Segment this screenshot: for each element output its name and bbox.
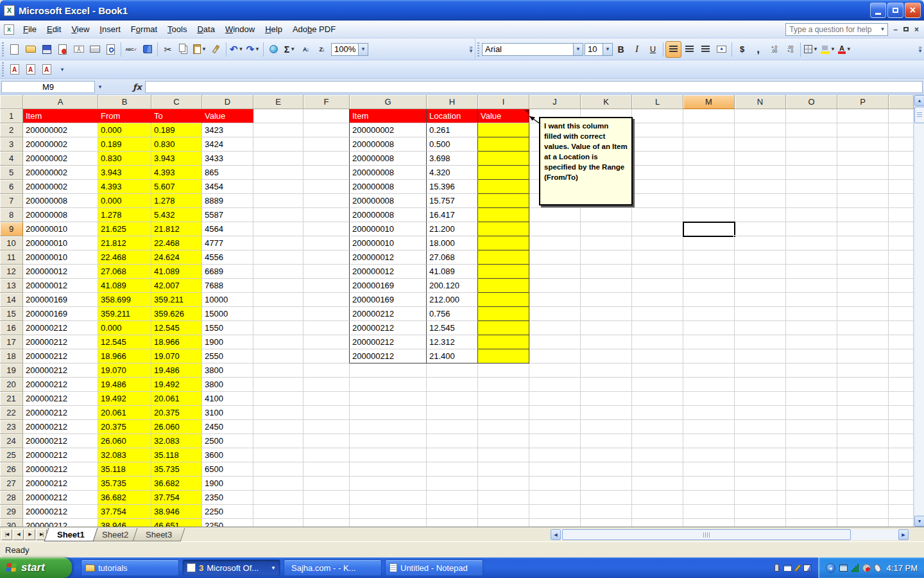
cell-M4[interactable] — [683, 152, 735, 166]
row-header-18[interactable]: 18 — [0, 349, 23, 363]
cell-H25[interactable] — [427, 448, 478, 462]
cell-J23[interactable] — [529, 420, 581, 434]
column-header-I[interactable]: I — [478, 95, 529, 109]
cell-M18[interactable] — [683, 349, 735, 363]
row-header-24[interactable]: 24 — [0, 434, 23, 448]
vertical-scrollbar[interactable]: ▲ ▼ — [914, 95, 924, 527]
cell-G20[interactable] — [350, 378, 427, 392]
cell-F1[interactable] — [304, 109, 350, 123]
cell-E16[interactable] — [253, 321, 304, 335]
cell-G22[interactable] — [350, 406, 427, 420]
cell-C7[interactable]: 1.278 — [151, 194, 202, 208]
cell-P4[interactable] — [837, 152, 889, 166]
cell-L14[interactable] — [632, 293, 683, 307]
cell-B9[interactable]: 21.625 — [98, 222, 151, 236]
decrease-decimal-button[interactable]: .00 +.0 — [782, 41, 798, 58]
cell-J13[interactable] — [529, 279, 581, 293]
toolbar-drag-handle[interactable] — [2, 42, 4, 57]
cell-H9[interactable]: 21.200 — [427, 222, 478, 236]
cell-E6[interactable] — [253, 180, 304, 194]
cell-I11[interactable] — [478, 250, 529, 265]
mouse-icon[interactable] — [873, 563, 882, 573]
cell-F16[interactable] — [304, 321, 350, 335]
cell-H16[interactable]: 12.545 — [427, 321, 478, 335]
cell-N29[interactable] — [735, 505, 786, 519]
cell-J28[interactable] — [529, 491, 581, 505]
cell-D20[interactable]: 3800 — [202, 378, 253, 392]
cell-G8[interactable]: 200000008 — [350, 208, 427, 222]
cell-H12[interactable]: 41.089 — [427, 265, 478, 279]
column-header-M[interactable]: M — [683, 95, 735, 109]
cell-L20[interactable] — [632, 378, 683, 392]
cell-N20[interactable] — [735, 378, 786, 392]
cell-F28[interactable] — [304, 491, 350, 505]
cell-K16[interactable] — [581, 321, 632, 335]
cell-E2[interactable] — [253, 123, 304, 137]
dropdown-arrow-icon[interactable]: ▼ — [201, 46, 207, 52]
cell-N8[interactable] — [735, 208, 786, 222]
cell-O17[interactable] — [786, 335, 837, 349]
cell-A18[interactable]: 200000212 — [23, 349, 98, 363]
cell-J29[interactable] — [529, 505, 581, 519]
cell-F25[interactable] — [304, 448, 350, 462]
cell-K28[interactable] — [581, 491, 632, 505]
cell-P24[interactable] — [837, 434, 889, 448]
scroll-up-icon[interactable]: ▲ — [914, 95, 924, 106]
cell-F22[interactable] — [304, 406, 350, 420]
cell-D22[interactable]: 3100 — [202, 406, 253, 420]
cell-L21[interactable] — [632, 392, 683, 406]
network-icon[interactable] — [839, 565, 848, 572]
menu-data[interactable]: Data — [192, 21, 219, 37]
cell-L24[interactable] — [632, 434, 683, 448]
cell-P10[interactable] — [837, 236, 889, 250]
row-header-16[interactable]: 16 — [0, 321, 23, 335]
cell-D9[interactable]: 4564 — [202, 222, 253, 236]
vertical-scroll-thumb[interactable] — [914, 107, 924, 123]
cell-A19[interactable]: 200000212 — [23, 363, 98, 378]
cell-K24[interactable] — [581, 434, 632, 448]
cell-I28[interactable] — [478, 491, 529, 505]
paste-button[interactable]: ▼ — [192, 41, 208, 58]
cell-O19[interactable] — [786, 363, 837, 378]
align-right-button[interactable] — [697, 41, 714, 58]
cell-I2[interactable] — [478, 123, 529, 137]
cell-G18[interactable]: 200000212 — [350, 349, 427, 363]
cell-E26[interactable] — [253, 462, 304, 477]
cell-F27[interactable] — [304, 477, 350, 491]
cell-B2[interactable]: 0.000 — [98, 123, 151, 137]
cell-G29[interactable] — [350, 505, 427, 519]
row-header-5[interactable]: 5 — [0, 166, 23, 180]
cell-D7[interactable]: 8889 — [202, 194, 253, 208]
fill-color-button[interactable]: ▼ — [819, 41, 837, 58]
cell-O15[interactable] — [786, 307, 837, 321]
cell-H29[interactable] — [427, 505, 478, 519]
cell-K20[interactable] — [581, 378, 632, 392]
cell-H15[interactable]: 0.756 — [427, 307, 478, 321]
taskbar-button-untitled-notepad[interactable]: Untitled - Notepad — [385, 559, 483, 576]
cell-B6[interactable]: 4.393 — [98, 180, 151, 194]
cell-O26[interactable] — [786, 462, 837, 477]
taskbar-button-tutorials[interactable]: tutorials — [81, 559, 179, 576]
cell-F30[interactable] — [304, 519, 350, 527]
cell-E18[interactable] — [253, 349, 304, 363]
cell-J22[interactable] — [529, 406, 581, 420]
cell-N9[interactable] — [735, 222, 786, 236]
start-button[interactable]: start — [0, 557, 72, 578]
cell-O13[interactable] — [786, 279, 837, 293]
cell-N30[interactable] — [735, 519, 786, 527]
cell-J18[interactable] — [529, 349, 581, 363]
cell-N21[interactable] — [735, 392, 786, 406]
row-header-26[interactable]: 26 — [0, 462, 23, 477]
cell-J15[interactable] — [529, 307, 581, 321]
cell-G27[interactable] — [350, 477, 427, 491]
cell-M16[interactable] — [683, 321, 735, 335]
cell-B25[interactable]: 32.083 — [98, 448, 151, 462]
prev-sheet-icon[interactable]: ◀ — [13, 529, 24, 540]
cell-H24[interactable] — [427, 434, 478, 448]
cell-N14[interactable] — [735, 293, 786, 307]
dropdown-arrow-icon[interactable]: ▼ — [255, 46, 260, 52]
cell-C17[interactable]: 18.966 — [151, 335, 202, 349]
undo-button[interactable]: ↶▼ — [228, 41, 245, 58]
cell-H1[interactable]: Location — [427, 109, 478, 123]
cell-F20[interactable] — [304, 378, 350, 392]
